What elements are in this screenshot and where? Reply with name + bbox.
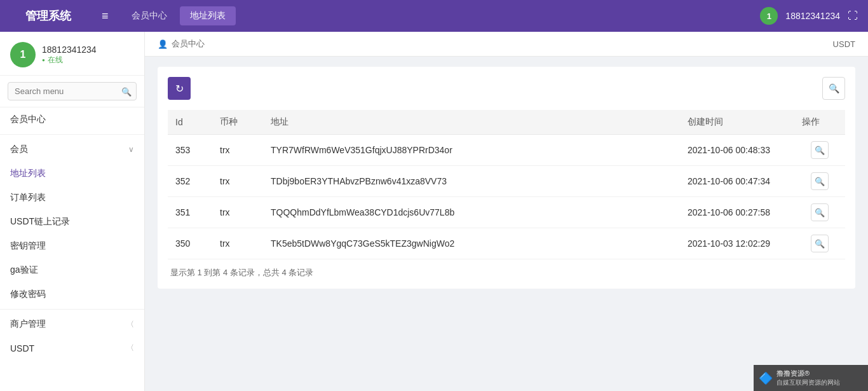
chevron-right-icon-usdt: 〈	[126, 343, 134, 353]
table-row: 352 trx TDbj9boER3YTHAbvzPBznw6v41xza8VV…	[168, 166, 845, 197]
search-input[interactable]	[8, 82, 137, 100]
action-search-button-3[interactable]: 🔍	[811, 235, 829, 252]
sidebar-divider-1	[0, 134, 144, 135]
data-table: Id 币种 地址 创建时间 操作 353 trx TYR7WfRWm6WeV35…	[168, 110, 845, 259]
sidebar-item-order-list[interactable]: 订单列表	[0, 186, 144, 210]
col-header-time: 创建时间	[680, 110, 794, 135]
sidebar-item-member[interactable]: 会员 ∨	[0, 137, 144, 161]
sidebar-profile: 1 18812341234 在线	[0, 32, 144, 76]
col-header-id: Id	[168, 110, 212, 135]
col-header-address: 地址	[263, 110, 680, 135]
sidebar-item-usdt-chain[interactable]: USDT链上记录	[0, 210, 144, 234]
chevron-right-icon-merchant: 〈	[126, 319, 134, 330]
topnav-username: 18812341234	[785, 11, 840, 21]
action-search-button-2[interactable]: 🔍	[811, 203, 829, 221]
sidebar-search-wrapper-outer: 🔍	[0, 76, 144, 107]
sidebar: 1 18812341234 在线 🔍 会员中心 会员 ∨ 地址列表	[0, 32, 145, 391]
sidebar-item-usdt[interactable]: USDT 〈	[0, 336, 144, 360]
pagination-info: 显示第 1 到第 4 条记录，总共 4 条记录	[168, 259, 845, 278]
refresh-button[interactable]: ↻	[168, 77, 191, 100]
expand-icon[interactable]: ⛶	[848, 10, 858, 22]
content-card: ↻ 🔍 Id 币种 地址 创建时间 操作	[158, 67, 855, 289]
cell-id-0: 353	[168, 135, 212, 166]
sidebar-profile-info: 18812341234 在线	[42, 45, 97, 65]
cell-coin-0: trx	[212, 135, 263, 166]
sidebar-search-wrapper: 🔍	[8, 82, 137, 100]
breadcrumb-left: 👤 会员中心	[158, 38, 205, 50]
app-logo: 管理系统	[10, 8, 86, 24]
search-icon: 🔍	[121, 86, 132, 96]
sidebar-item-address-list[interactable]: 地址列表	[0, 161, 144, 186]
hamburger-button[interactable]: ≡	[102, 10, 109, 23]
topnav-links: 会员中心 地址列表	[121, 6, 761, 25]
sidebar-item-change-password[interactable]: 修改密码	[0, 282, 144, 306]
sidebar-item-merchant-manage[interactable]: 商户管理 〈	[0, 312, 144, 336]
chevron-down-icon: ∨	[128, 145, 134, 154]
toolbar: ↻ 🔍	[168, 77, 845, 100]
cell-action-2: 🔍	[794, 197, 845, 228]
cell-action-0: 🔍	[794, 135, 845, 166]
watermark-subtitle: 自媒互联网资源的网站	[776, 378, 840, 387]
table-row: 353 trx TYR7WfRWm6WeV351GfqjxUJ88YPRrD34…	[168, 135, 845, 166]
cell-id-3: 350	[168, 228, 212, 259]
sidebar-item-key-manage[interactable]: 密钥管理	[0, 234, 144, 258]
topnav-right: 1 18812341234 ⛶	[760, 7, 858, 25]
user-icon: 👤	[158, 39, 168, 49]
cell-coin-2: trx	[212, 197, 263, 228]
watermark-logo: 🔷	[759, 371, 773, 385]
cell-action-3: 🔍	[794, 228, 845, 259]
watermark-title: 撸撸资源®	[776, 369, 840, 378]
cell-address-2: TQQQhmDdYfLbmWea38CYD1dcjs6Uv77L8b	[263, 197, 680, 228]
body-layout: 1 18812341234 在线 🔍 会员中心 会员 ∨ 地址列表	[0, 32, 868, 391]
table-header-row: Id 币种 地址 创建时间 操作	[168, 110, 845, 135]
content-area: ↻ 🔍 Id 币种 地址 创建时间 操作	[145, 57, 868, 391]
breadcrumb-usdt: USDT	[833, 39, 855, 49]
sidebar-item-member-center[interactable]: 会员中心	[0, 107, 144, 132]
watermark: 🔷 撸撸资源® 自媒互联网资源的网站	[754, 365, 868, 391]
cell-coin-3: trx	[212, 228, 263, 259]
cell-time-2: 2021-10-06 00:27:58	[680, 197, 794, 228]
cell-time-1: 2021-10-06 00:47:34	[680, 166, 794, 197]
breadcrumb: 👤 会员中心 USDT	[145, 32, 868, 57]
cell-id-1: 352	[168, 166, 212, 197]
cell-address-3: TK5eb5tDWw8YgqC73GeS5kTEZ3gwNigWo2	[263, 228, 680, 259]
topnav: 管理系统 ≡ 会员中心 地址列表 1 18812341234 ⛶	[0, 0, 868, 32]
topnav-link-address-list[interactable]: 地址列表	[180, 6, 236, 25]
table-header: Id 币种 地址 创建时间 操作	[168, 110, 845, 135]
col-header-coin: 币种	[212, 110, 263, 135]
action-search-button-0[interactable]: 🔍	[811, 141, 829, 159]
cell-id-2: 351	[168, 197, 212, 228]
sidebar-status: 在线	[42, 55, 97, 65]
breadcrumb-label: 会员中心	[172, 38, 205, 50]
topnav-avatar: 1	[760, 7, 778, 25]
cell-address-0: TYR7WfRWm6WeV351GfqjxUJ88YPRrD34or	[263, 135, 680, 166]
cell-action-1: 🔍	[794, 166, 845, 197]
watermark-text-wrapper: 撸撸资源® 自媒互联网资源的网站	[776, 369, 840, 387]
cell-address-1: TDbj9boER3YTHAbvzPBznw6v41xza8VV73	[263, 166, 680, 197]
sidebar-username: 18812341234	[42, 45, 97, 55]
topnav-link-member-center[interactable]: 会员中心	[121, 6, 177, 25]
main-content: 👤 会员中心 USDT ↻ 🔍 Id 币种	[145, 32, 868, 391]
cell-coin-1: trx	[212, 166, 263, 197]
action-search-button-1[interactable]: 🔍	[811, 172, 829, 190]
table-row: 350 trx TK5eb5tDWw8YgqC73GeS5kTEZ3gwNigW…	[168, 228, 845, 259]
col-header-action: 操作	[794, 110, 845, 135]
sidebar-divider-2	[0, 309, 144, 310]
sidebar-avatar: 1	[10, 42, 36, 67]
cell-time-3: 2021-10-03 12:02:29	[680, 228, 794, 259]
sidebar-item-ga-verify[interactable]: ga验证	[0, 258, 144, 282]
search-button[interactable]: 🔍	[822, 77, 845, 100]
sidebar-menu: 会员中心 会员 ∨ 地址列表 订单列表 USDT链上记录 密钥管理 ga验证	[0, 107, 144, 391]
table-body: 353 trx TYR7WfRWm6WeV351GfqjxUJ88YPRrD34…	[168, 135, 845, 259]
table-row: 351 trx TQQQhmDdYfLbmWea38CYD1dcjs6Uv77L…	[168, 197, 845, 228]
cell-time-0: 2021-10-06 00:48:33	[680, 135, 794, 166]
